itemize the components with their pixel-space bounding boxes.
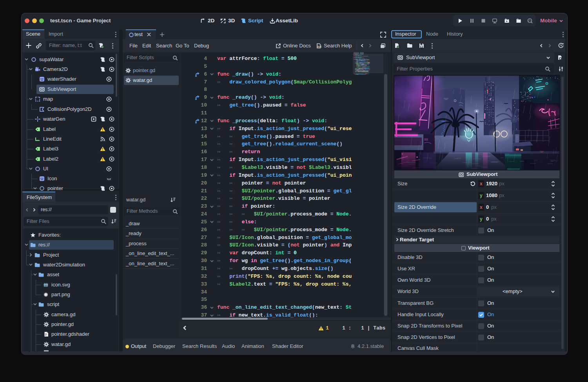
svg-text:DOC: DOC: [317, 45, 322, 48]
